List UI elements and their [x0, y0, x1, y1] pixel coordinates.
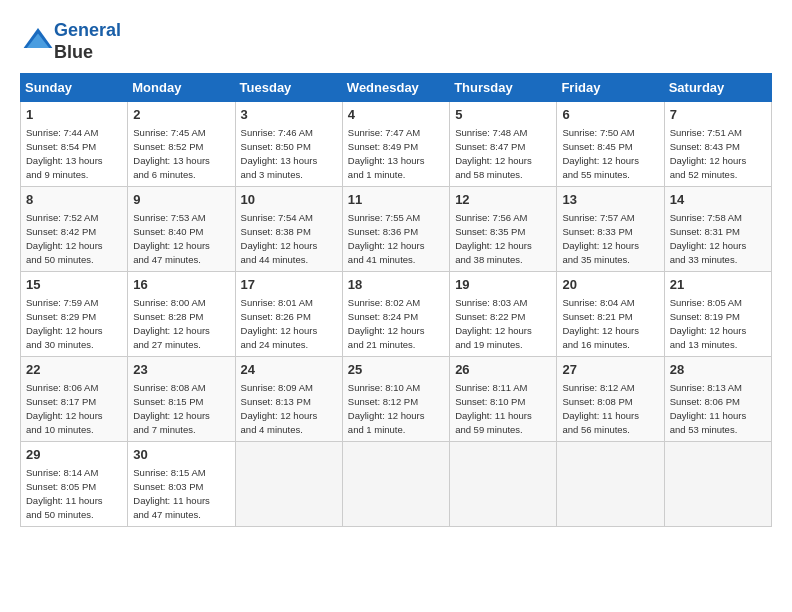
- calendar-cell: 30Sunrise: 8:15 AM Sunset: 8:03 PM Dayli…: [128, 442, 235, 527]
- calendar-cell: [557, 442, 664, 527]
- header-friday: Friday: [557, 74, 664, 102]
- day-info: Sunrise: 8:06 AM Sunset: 8:17 PM Dayligh…: [26, 381, 122, 436]
- calendar-cell: 11Sunrise: 7:55 AM Sunset: 8:36 PM Dayli…: [342, 187, 449, 272]
- day-info: Sunrise: 7:48 AM Sunset: 8:47 PM Dayligh…: [455, 126, 551, 181]
- calendar-cell: 19Sunrise: 8:03 AM Sunset: 8:22 PM Dayli…: [450, 272, 557, 357]
- calendar-cell: 18Sunrise: 8:02 AM Sunset: 8:24 PM Dayli…: [342, 272, 449, 357]
- calendar-cell: 26Sunrise: 8:11 AM Sunset: 8:10 PM Dayli…: [450, 357, 557, 442]
- calendar-cell: 28Sunrise: 8:13 AM Sunset: 8:06 PM Dayli…: [664, 357, 771, 442]
- day-number: 16: [133, 276, 229, 294]
- calendar-cell: [450, 442, 557, 527]
- day-number: 10: [241, 191, 337, 209]
- calendar-cell: 6Sunrise: 7:50 AM Sunset: 8:45 PM Daylig…: [557, 102, 664, 187]
- day-number: 13: [562, 191, 658, 209]
- day-info: Sunrise: 7:47 AM Sunset: 8:49 PM Dayligh…: [348, 126, 444, 181]
- day-info: Sunrise: 8:14 AM Sunset: 8:05 PM Dayligh…: [26, 466, 122, 521]
- logo: General Blue: [20, 20, 121, 63]
- day-number: 11: [348, 191, 444, 209]
- day-number: 23: [133, 361, 229, 379]
- calendar-week-3: 15Sunrise: 7:59 AM Sunset: 8:29 PM Dayli…: [21, 272, 772, 357]
- day-info: Sunrise: 7:55 AM Sunset: 8:36 PM Dayligh…: [348, 211, 444, 266]
- day-info: Sunrise: 8:09 AM Sunset: 8:13 PM Dayligh…: [241, 381, 337, 436]
- calendar-cell: 2Sunrise: 7:45 AM Sunset: 8:52 PM Daylig…: [128, 102, 235, 187]
- day-info: Sunrise: 8:15 AM Sunset: 8:03 PM Dayligh…: [133, 466, 229, 521]
- calendar-header-row: SundayMondayTuesdayWednesdayThursdayFrid…: [21, 74, 772, 102]
- day-info: Sunrise: 7:52 AM Sunset: 8:42 PM Dayligh…: [26, 211, 122, 266]
- day-number: 15: [26, 276, 122, 294]
- day-number: 21: [670, 276, 766, 294]
- day-info: Sunrise: 8:11 AM Sunset: 8:10 PM Dayligh…: [455, 381, 551, 436]
- calendar-cell: 16Sunrise: 8:00 AM Sunset: 8:28 PM Dayli…: [128, 272, 235, 357]
- page-header: General Blue: [20, 20, 772, 63]
- day-number: 3: [241, 106, 337, 124]
- day-info: Sunrise: 7:59 AM Sunset: 8:29 PM Dayligh…: [26, 296, 122, 351]
- header-saturday: Saturday: [664, 74, 771, 102]
- day-number: 19: [455, 276, 551, 294]
- calendar-cell: 3Sunrise: 7:46 AM Sunset: 8:50 PM Daylig…: [235, 102, 342, 187]
- day-number: 1: [26, 106, 122, 124]
- calendar-cell: 10Sunrise: 7:54 AM Sunset: 8:38 PM Dayli…: [235, 187, 342, 272]
- header-sunday: Sunday: [21, 74, 128, 102]
- day-info: Sunrise: 8:02 AM Sunset: 8:24 PM Dayligh…: [348, 296, 444, 351]
- calendar-cell: [664, 442, 771, 527]
- day-info: Sunrise: 7:50 AM Sunset: 8:45 PM Dayligh…: [562, 126, 658, 181]
- day-number: 2: [133, 106, 229, 124]
- day-info: Sunrise: 7:51 AM Sunset: 8:43 PM Dayligh…: [670, 126, 766, 181]
- calendar-cell: 29Sunrise: 8:14 AM Sunset: 8:05 PM Dayli…: [21, 442, 128, 527]
- day-info: Sunrise: 8:04 AM Sunset: 8:21 PM Dayligh…: [562, 296, 658, 351]
- header-thursday: Thursday: [450, 74, 557, 102]
- day-number: 25: [348, 361, 444, 379]
- day-info: Sunrise: 7:53 AM Sunset: 8:40 PM Dayligh…: [133, 211, 229, 266]
- calendar-week-1: 1Sunrise: 7:44 AM Sunset: 8:54 PM Daylig…: [21, 102, 772, 187]
- calendar-cell: 17Sunrise: 8:01 AM Sunset: 8:26 PM Dayli…: [235, 272, 342, 357]
- day-number: 29: [26, 446, 122, 464]
- day-number: 12: [455, 191, 551, 209]
- header-tuesday: Tuesday: [235, 74, 342, 102]
- day-number: 6: [562, 106, 658, 124]
- calendar-week-2: 8Sunrise: 7:52 AM Sunset: 8:42 PM Daylig…: [21, 187, 772, 272]
- day-info: Sunrise: 7:44 AM Sunset: 8:54 PM Dayligh…: [26, 126, 122, 181]
- calendar-cell: 5Sunrise: 7:48 AM Sunset: 8:47 PM Daylig…: [450, 102, 557, 187]
- calendar-cell: [342, 442, 449, 527]
- calendar-week-4: 22Sunrise: 8:06 AM Sunset: 8:17 PM Dayli…: [21, 357, 772, 442]
- calendar-cell: 4Sunrise: 7:47 AM Sunset: 8:49 PM Daylig…: [342, 102, 449, 187]
- day-info: Sunrise: 7:54 AM Sunset: 8:38 PM Dayligh…: [241, 211, 337, 266]
- day-info: Sunrise: 8:00 AM Sunset: 8:28 PM Dayligh…: [133, 296, 229, 351]
- day-number: 17: [241, 276, 337, 294]
- day-number: 18: [348, 276, 444, 294]
- day-info: Sunrise: 8:13 AM Sunset: 8:06 PM Dayligh…: [670, 381, 766, 436]
- calendar-cell: 1Sunrise: 7:44 AM Sunset: 8:54 PM Daylig…: [21, 102, 128, 187]
- header-wednesday: Wednesday: [342, 74, 449, 102]
- day-info: Sunrise: 7:58 AM Sunset: 8:31 PM Dayligh…: [670, 211, 766, 266]
- day-number: 8: [26, 191, 122, 209]
- day-number: 28: [670, 361, 766, 379]
- calendar-cell: 20Sunrise: 8:04 AM Sunset: 8:21 PM Dayli…: [557, 272, 664, 357]
- day-info: Sunrise: 8:10 AM Sunset: 8:12 PM Dayligh…: [348, 381, 444, 436]
- day-info: Sunrise: 8:05 AM Sunset: 8:19 PM Dayligh…: [670, 296, 766, 351]
- day-info: Sunrise: 7:56 AM Sunset: 8:35 PM Dayligh…: [455, 211, 551, 266]
- day-info: Sunrise: 8:12 AM Sunset: 8:08 PM Dayligh…: [562, 381, 658, 436]
- calendar-cell: 27Sunrise: 8:12 AM Sunset: 8:08 PM Dayli…: [557, 357, 664, 442]
- day-number: 4: [348, 106, 444, 124]
- day-info: Sunrise: 8:03 AM Sunset: 8:22 PM Dayligh…: [455, 296, 551, 351]
- calendar-cell: 7Sunrise: 7:51 AM Sunset: 8:43 PM Daylig…: [664, 102, 771, 187]
- day-number: 27: [562, 361, 658, 379]
- day-info: Sunrise: 7:45 AM Sunset: 8:52 PM Dayligh…: [133, 126, 229, 181]
- day-info: Sunrise: 7:46 AM Sunset: 8:50 PM Dayligh…: [241, 126, 337, 181]
- calendar-cell: 8Sunrise: 7:52 AM Sunset: 8:42 PM Daylig…: [21, 187, 128, 272]
- logo-text: General Blue: [54, 20, 121, 63]
- calendar-cell: 25Sunrise: 8:10 AM Sunset: 8:12 PM Dayli…: [342, 357, 449, 442]
- day-info: Sunrise: 8:08 AM Sunset: 8:15 PM Dayligh…: [133, 381, 229, 436]
- calendar-table: SundayMondayTuesdayWednesdayThursdayFrid…: [20, 73, 772, 527]
- logo-icon: [22, 24, 54, 56]
- calendar-cell: 9Sunrise: 7:53 AM Sunset: 8:40 PM Daylig…: [128, 187, 235, 272]
- calendar-cell: 14Sunrise: 7:58 AM Sunset: 8:31 PM Dayli…: [664, 187, 771, 272]
- day-info: Sunrise: 8:01 AM Sunset: 8:26 PM Dayligh…: [241, 296, 337, 351]
- calendar-cell: 23Sunrise: 8:08 AM Sunset: 8:15 PM Dayli…: [128, 357, 235, 442]
- day-number: 20: [562, 276, 658, 294]
- day-number: 14: [670, 191, 766, 209]
- calendar-cell: 22Sunrise: 8:06 AM Sunset: 8:17 PM Dayli…: [21, 357, 128, 442]
- calendar-week-5: 29Sunrise: 8:14 AM Sunset: 8:05 PM Dayli…: [21, 442, 772, 527]
- day-number: 22: [26, 361, 122, 379]
- calendar-cell: 13Sunrise: 7:57 AM Sunset: 8:33 PM Dayli…: [557, 187, 664, 272]
